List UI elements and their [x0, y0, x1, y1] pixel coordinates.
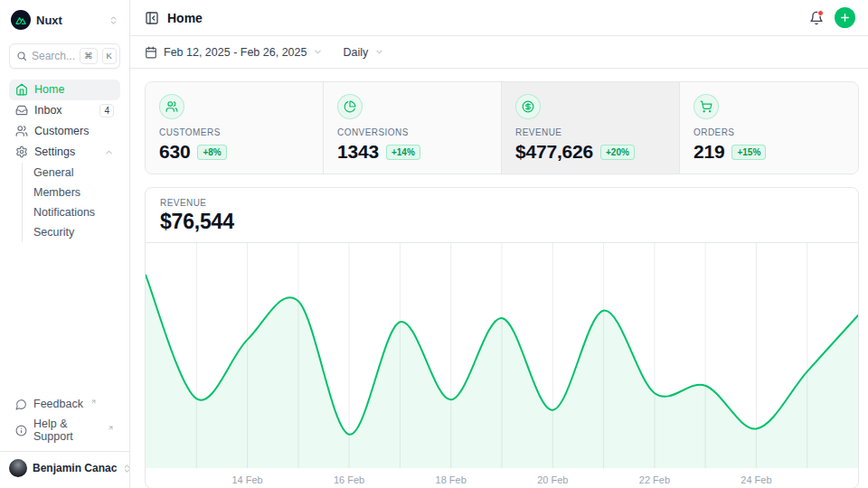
stat-label: CUSTOMERS [159, 127, 309, 137]
sidebar-nav: Home Inbox 4 Customers Settings [9, 80, 120, 242]
svg-text:18 Feb: 18 Feb [436, 474, 467, 485]
revenue-chart-card: REVENUE $76,544 14 Feb16 Feb18 Feb20 Feb… [145, 187, 859, 488]
external-link-icon [108, 425, 114, 431]
users-icon [159, 94, 184, 119]
dashboard-content: CUSTOMERS 630 +8% CONVERSIONS 1343 +14% [130, 69, 868, 488]
sidebar-item-label: Settings [34, 145, 75, 158]
revenue-area-chart[interactable]: 14 Feb16 Feb18 Feb20 Feb22 Feb24 Feb [146, 243, 858, 488]
sidebar-item-home[interactable]: Home [9, 80, 120, 100]
main-area: Home Feb 12, 2025 - Feb 26, 2025 [130, 0, 868, 488]
svg-text:16 Feb: 16 Feb [334, 474, 364, 485]
chevron-down-icon [313, 47, 323, 57]
filters-toolbar: Feb 12, 2025 - Feb 26, 2025 Daily [130, 36, 868, 69]
svg-text:14 Feb: 14 Feb [231, 474, 262, 485]
workspace-name: Nuxt [36, 14, 62, 27]
stat-label: CONVERSIONS [337, 127, 487, 137]
stat-delta-badge: +8% [197, 145, 226, 160]
search-input[interactable]: Search... ⌘ K [9, 43, 120, 69]
collapse-sidebar-icon[interactable] [145, 11, 159, 25]
chart-metric-value: $76,544 [160, 210, 844, 234]
stat-delta-badge: +15% [731, 145, 766, 160]
settings-subnav: General Members Notifications Security [22, 163, 120, 242]
chart-header: REVENUE $76,544 [146, 188, 858, 243]
sidebar: Nuxt Search... ⌘ K Home [0, 0, 130, 488]
stat-card-revenue[interactable]: REVENUE $477,626 +20% [502, 82, 680, 174]
circle-dollar-icon [515, 94, 541, 119]
help-support-link[interactable]: Help & Support [9, 414, 120, 446]
calendar-icon [145, 46, 157, 59]
search-icon [16, 51, 27, 61]
feedback-link[interactable]: Feedback [9, 394, 120, 414]
sidebar-item-inbox[interactable]: Inbox 4 [9, 100, 120, 121]
info-circle-icon [15, 425, 27, 436]
period-select[interactable]: Daily [343, 46, 384, 59]
sidebar-item-settings[interactable]: Settings [9, 142, 120, 163]
add-button[interactable] [835, 7, 855, 28]
plus-icon [839, 12, 851, 23]
stat-value: 630 [159, 141, 190, 163]
sidebar-item-notifications[interactable]: Notifications [23, 202, 120, 222]
chart-metric-label: REVENUE [160, 198, 844, 208]
header-actions [809, 7, 855, 28]
sidebar-item-security[interactable]: Security [23, 222, 120, 242]
workspace-switcher[interactable]: Nuxt [9, 8, 120, 32]
notifications-button[interactable] [809, 11, 824, 25]
home-icon [15, 83, 28, 96]
kbd-key: K [102, 48, 117, 64]
shopping-cart-icon [693, 94, 719, 119]
stat-card-orders[interactable]: ORDERS 219 +15% [680, 82, 858, 174]
stat-value: 219 [693, 141, 724, 163]
app-window: Nuxt Search... ⌘ K Home [0, 0, 868, 488]
inbox-count-badge: 4 [99, 104, 114, 117]
sidebar-item-label: Inbox [34, 104, 62, 117]
stat-label: REVENUE [515, 127, 665, 137]
stat-card-customers[interactable]: CUSTOMERS 630 +8% [146, 82, 324, 174]
stat-delta-badge: +20% [600, 145, 635, 160]
notification-dot [817, 10, 824, 16]
date-range-picker[interactable]: Feb 12, 2025 - Feb 26, 2025 [145, 46, 323, 59]
page-title: Home [167, 11, 203, 25]
stat-label: ORDERS [693, 127, 844, 137]
user-avatar [9, 459, 27, 477]
sidebar-item-label: Customers [34, 125, 89, 137]
svg-text:22 Feb: 22 Feb [639, 474, 670, 485]
stat-card-conversions[interactable]: CONVERSIONS 1343 +14% [324, 82, 502, 174]
chevron-down-icon [374, 47, 384, 57]
sidebar-item-customers[interactable]: Customers [9, 121, 120, 142]
chevron-up-icon [104, 147, 114, 157]
stats-row: CUSTOMERS 630 +8% CONVERSIONS 1343 +14% [145, 81, 859, 174]
gear-icon [15, 145, 28, 158]
sidebar-item-members[interactable]: Members [23, 183, 120, 202]
sidebar-footer: Feedback Help & Support Benjamin Canac [9, 394, 120, 488]
nuxt-logo-icon [11, 10, 31, 30]
footer-item-label: Feedback [33, 398, 83, 410]
pie-chart-icon [337, 94, 363, 119]
chevrons-up-down-icon [108, 15, 118, 25]
period-value: Daily [343, 46, 368, 59]
kbd-meta: ⌘ [80, 48, 98, 64]
date-range-value: Feb 12, 2025 - Feb 26, 2025 [164, 46, 307, 59]
stat-value: $477,626 [515, 141, 593, 163]
stat-delta-badge: +14% [386, 145, 420, 160]
svg-text:24 Feb: 24 Feb [741, 474, 771, 485]
sidebar-item-general[interactable]: General [23, 163, 120, 183]
search-placeholder: Search... [32, 50, 75, 62]
user-menu[interactable]: Benjamin Canac [0, 451, 129, 484]
inbox-icon [15, 104, 28, 117]
user-name: Benjamin Canac [33, 462, 117, 474]
message-circle-icon [15, 399, 27, 410]
stat-value: 1343 [337, 141, 379, 163]
users-icon [15, 125, 28, 137]
footer-item-label: Help & Support [33, 418, 100, 443]
external-link-icon [90, 399, 97, 405]
page-header: Home [130, 0, 868, 36]
sidebar-item-label: Home [34, 83, 64, 96]
svg-text:20 Feb: 20 Feb [537, 474, 568, 485]
